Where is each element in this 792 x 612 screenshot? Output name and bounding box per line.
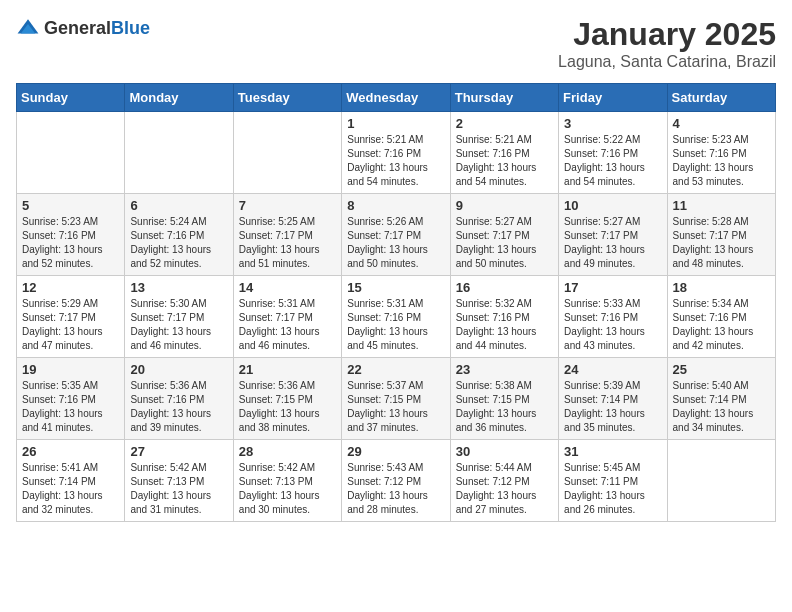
calendar-cell: 18Sunrise: 5:34 AMSunset: 7:16 PMDayligh… <box>667 276 775 358</box>
column-header-tuesday: Tuesday <box>233 84 341 112</box>
calendar-body: 1Sunrise: 5:21 AMSunset: 7:16 PMDaylight… <box>17 112 776 522</box>
day-info: Sunrise: 5:42 AMSunset: 7:13 PMDaylight:… <box>130 461 227 517</box>
day-info: Sunrise: 5:23 AMSunset: 7:16 PMDaylight:… <box>22 215 119 271</box>
calendar-cell <box>233 112 341 194</box>
calendar-cell: 30Sunrise: 5:44 AMSunset: 7:12 PMDayligh… <box>450 440 558 522</box>
column-header-monday: Monday <box>125 84 233 112</box>
day-info: Sunrise: 5:40 AMSunset: 7:14 PMDaylight:… <box>673 379 770 435</box>
column-header-saturday: Saturday <box>667 84 775 112</box>
day-number: 23 <box>456 362 553 377</box>
calendar-cell: 1Sunrise: 5:21 AMSunset: 7:16 PMDaylight… <box>342 112 450 194</box>
calendar-cell: 3Sunrise: 5:22 AMSunset: 7:16 PMDaylight… <box>559 112 667 194</box>
calendar-title: January 2025 <box>558 16 776 53</box>
calendar-cell: 17Sunrise: 5:33 AMSunset: 7:16 PMDayligh… <box>559 276 667 358</box>
calendar-week-3: 12Sunrise: 5:29 AMSunset: 7:17 PMDayligh… <box>17 276 776 358</box>
day-info: Sunrise: 5:30 AMSunset: 7:17 PMDaylight:… <box>130 297 227 353</box>
day-info: Sunrise: 5:26 AMSunset: 7:17 PMDaylight:… <box>347 215 444 271</box>
day-number: 13 <box>130 280 227 295</box>
day-number: 28 <box>239 444 336 459</box>
day-info: Sunrise: 5:21 AMSunset: 7:16 PMDaylight:… <box>347 133 444 189</box>
day-info: Sunrise: 5:38 AMSunset: 7:15 PMDaylight:… <box>456 379 553 435</box>
page-header: GeneralBlue January 2025 Laguna, Santa C… <box>16 16 776 71</box>
day-info: Sunrise: 5:24 AMSunset: 7:16 PMDaylight:… <box>130 215 227 271</box>
calendar-cell: 8Sunrise: 5:26 AMSunset: 7:17 PMDaylight… <box>342 194 450 276</box>
day-info: Sunrise: 5:27 AMSunset: 7:17 PMDaylight:… <box>456 215 553 271</box>
day-number: 25 <box>673 362 770 377</box>
title-block: January 2025 Laguna, Santa Catarina, Bra… <box>558 16 776 71</box>
day-info: Sunrise: 5:39 AMSunset: 7:14 PMDaylight:… <box>564 379 661 435</box>
calendar-cell: 10Sunrise: 5:27 AMSunset: 7:17 PMDayligh… <box>559 194 667 276</box>
calendar-week-2: 5Sunrise: 5:23 AMSunset: 7:16 PMDaylight… <box>17 194 776 276</box>
calendar-cell: 15Sunrise: 5:31 AMSunset: 7:16 PMDayligh… <box>342 276 450 358</box>
day-number: 1 <box>347 116 444 131</box>
calendar-cell: 14Sunrise: 5:31 AMSunset: 7:17 PMDayligh… <box>233 276 341 358</box>
calendar-cell: 9Sunrise: 5:27 AMSunset: 7:17 PMDaylight… <box>450 194 558 276</box>
day-number: 16 <box>456 280 553 295</box>
calendar-cell: 21Sunrise: 5:36 AMSunset: 7:15 PMDayligh… <box>233 358 341 440</box>
calendar-cell: 31Sunrise: 5:45 AMSunset: 7:11 PMDayligh… <box>559 440 667 522</box>
day-info: Sunrise: 5:35 AMSunset: 7:16 PMDaylight:… <box>22 379 119 435</box>
day-number: 24 <box>564 362 661 377</box>
calendar-cell: 11Sunrise: 5:28 AMSunset: 7:17 PMDayligh… <box>667 194 775 276</box>
day-info: Sunrise: 5:44 AMSunset: 7:12 PMDaylight:… <box>456 461 553 517</box>
day-info: Sunrise: 5:34 AMSunset: 7:16 PMDaylight:… <box>673 297 770 353</box>
calendar-table: SundayMondayTuesdayWednesdayThursdayFrid… <box>16 83 776 522</box>
logo-icon <box>16 16 40 40</box>
logo-general: General <box>44 18 111 38</box>
day-info: Sunrise: 5:32 AMSunset: 7:16 PMDaylight:… <box>456 297 553 353</box>
day-info: Sunrise: 5:22 AMSunset: 7:16 PMDaylight:… <box>564 133 661 189</box>
day-info: Sunrise: 5:37 AMSunset: 7:15 PMDaylight:… <box>347 379 444 435</box>
calendar-cell: 27Sunrise: 5:42 AMSunset: 7:13 PMDayligh… <box>125 440 233 522</box>
logo-text: GeneralBlue <box>44 18 150 39</box>
header-row: SundayMondayTuesdayWednesdayThursdayFrid… <box>17 84 776 112</box>
calendar-cell: 19Sunrise: 5:35 AMSunset: 7:16 PMDayligh… <box>17 358 125 440</box>
day-number: 9 <box>456 198 553 213</box>
day-info: Sunrise: 5:21 AMSunset: 7:16 PMDaylight:… <box>456 133 553 189</box>
day-number: 22 <box>347 362 444 377</box>
calendar-cell: 22Sunrise: 5:37 AMSunset: 7:15 PMDayligh… <box>342 358 450 440</box>
day-info: Sunrise: 5:36 AMSunset: 7:15 PMDaylight:… <box>239 379 336 435</box>
column-header-friday: Friday <box>559 84 667 112</box>
column-header-sunday: Sunday <box>17 84 125 112</box>
day-number: 15 <box>347 280 444 295</box>
calendar-cell: 7Sunrise: 5:25 AMSunset: 7:17 PMDaylight… <box>233 194 341 276</box>
day-number: 29 <box>347 444 444 459</box>
day-number: 6 <box>130 198 227 213</box>
column-header-wednesday: Wednesday <box>342 84 450 112</box>
day-info: Sunrise: 5:28 AMSunset: 7:17 PMDaylight:… <box>673 215 770 271</box>
day-number: 21 <box>239 362 336 377</box>
day-number: 26 <box>22 444 119 459</box>
day-info: Sunrise: 5:43 AMSunset: 7:12 PMDaylight:… <box>347 461 444 517</box>
calendar-cell: 26Sunrise: 5:41 AMSunset: 7:14 PMDayligh… <box>17 440 125 522</box>
calendar-cell: 13Sunrise: 5:30 AMSunset: 7:17 PMDayligh… <box>125 276 233 358</box>
day-number: 27 <box>130 444 227 459</box>
calendar-cell: 4Sunrise: 5:23 AMSunset: 7:16 PMDaylight… <box>667 112 775 194</box>
calendar-cell <box>125 112 233 194</box>
day-info: Sunrise: 5:23 AMSunset: 7:16 PMDaylight:… <box>673 133 770 189</box>
calendar-header: SundayMondayTuesdayWednesdayThursdayFrid… <box>17 84 776 112</box>
calendar-cell: 6Sunrise: 5:24 AMSunset: 7:16 PMDaylight… <box>125 194 233 276</box>
day-number: 7 <box>239 198 336 213</box>
calendar-cell <box>667 440 775 522</box>
day-number: 17 <box>564 280 661 295</box>
calendar-cell: 28Sunrise: 5:42 AMSunset: 7:13 PMDayligh… <box>233 440 341 522</box>
day-info: Sunrise: 5:41 AMSunset: 7:14 PMDaylight:… <box>22 461 119 517</box>
calendar-cell: 20Sunrise: 5:36 AMSunset: 7:16 PMDayligh… <box>125 358 233 440</box>
day-number: 19 <box>22 362 119 377</box>
day-number: 8 <box>347 198 444 213</box>
day-number: 11 <box>673 198 770 213</box>
calendar-week-4: 19Sunrise: 5:35 AMSunset: 7:16 PMDayligh… <box>17 358 776 440</box>
column-header-thursday: Thursday <box>450 84 558 112</box>
calendar-subtitle: Laguna, Santa Catarina, Brazil <box>558 53 776 71</box>
day-number: 30 <box>456 444 553 459</box>
calendar-cell: 24Sunrise: 5:39 AMSunset: 7:14 PMDayligh… <box>559 358 667 440</box>
day-info: Sunrise: 5:36 AMSunset: 7:16 PMDaylight:… <box>130 379 227 435</box>
day-info: Sunrise: 5:27 AMSunset: 7:17 PMDaylight:… <box>564 215 661 271</box>
day-number: 20 <box>130 362 227 377</box>
day-number: 2 <box>456 116 553 131</box>
calendar-week-5: 26Sunrise: 5:41 AMSunset: 7:14 PMDayligh… <box>17 440 776 522</box>
day-info: Sunrise: 5:29 AMSunset: 7:17 PMDaylight:… <box>22 297 119 353</box>
calendar-cell: 2Sunrise: 5:21 AMSunset: 7:16 PMDaylight… <box>450 112 558 194</box>
day-number: 31 <box>564 444 661 459</box>
calendar-cell: 5Sunrise: 5:23 AMSunset: 7:16 PMDaylight… <box>17 194 125 276</box>
